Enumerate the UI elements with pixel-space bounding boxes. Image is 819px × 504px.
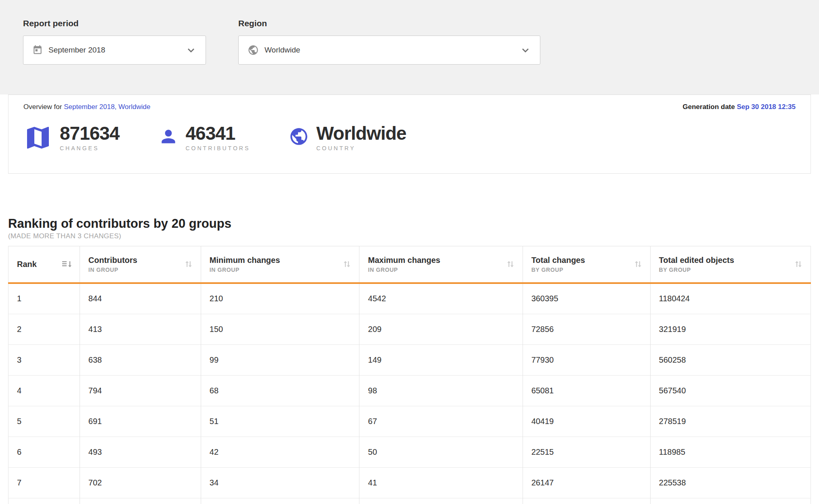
table-row: 7702344126147225538 bbox=[8, 467, 811, 498]
overview-scope-link[interactable]: September 2018, Worldwide bbox=[64, 103, 150, 111]
changes-value: 871634 bbox=[60, 123, 120, 144]
column-sublabel: IN GROUP bbox=[210, 267, 280, 273]
sort-arrows-icon[interactable] bbox=[342, 259, 352, 269]
report-period-group: Report period September 2018 bbox=[23, 19, 206, 94]
column-label: Total changes bbox=[531, 255, 585, 265]
cell-contributors bbox=[80, 498, 201, 504]
report-period-select[interactable]: September 2018 bbox=[23, 36, 206, 65]
country-label: COUNTRY bbox=[316, 145, 406, 151]
cell-total_changes: 360395 bbox=[523, 283, 650, 314]
changes-label: CHANGES bbox=[60, 145, 120, 151]
table-row: 6493425022515118985 bbox=[8, 437, 811, 467]
cell-min_changes: 150 bbox=[201, 314, 359, 344]
cell-total_changes: 65081 bbox=[523, 375, 650, 406]
table-row-partial bbox=[8, 498, 811, 504]
column-label: Maximum changes bbox=[368, 255, 440, 265]
stat-contributors: 46341 CONTRIBUTORS bbox=[158, 123, 250, 152]
column-label: Contributors bbox=[88, 255, 137, 265]
stat-changes: 871634 CHANGES bbox=[23, 123, 120, 152]
table-row: 4794689865081567540 bbox=[8, 375, 811, 406]
generation-date-value[interactable]: Sep 30 2018 12:35 bbox=[737, 103, 796, 111]
cell-total_edited: 1180424 bbox=[650, 283, 811, 314]
sort-arrows-icon[interactable] bbox=[794, 259, 803, 269]
col-header-min-changes[interactable]: Minimum changes IN GROUP bbox=[201, 246, 359, 283]
sort-arrows-icon[interactable] bbox=[633, 259, 643, 269]
cell-rank: 3 bbox=[8, 344, 80, 375]
cell-max_changes: 149 bbox=[359, 344, 523, 375]
col-header-rank[interactable]: Rank bbox=[8, 246, 80, 283]
calendar-icon bbox=[32, 45, 43, 55]
column-sublabel: IN GROUP bbox=[368, 267, 440, 273]
cell-contributors: 493 bbox=[80, 437, 201, 467]
cell-total_changes: 22515 bbox=[523, 437, 650, 467]
globe-icon bbox=[248, 44, 259, 56]
table-header-row: Rank Contributors IN GROUP bbox=[8, 246, 811, 283]
cell-total_changes: 26147 bbox=[523, 467, 650, 498]
chevron-down-icon bbox=[185, 44, 197, 56]
person-icon bbox=[158, 126, 178, 147]
cell-total_edited: 278519 bbox=[650, 406, 811, 437]
cell-total_edited bbox=[650, 498, 811, 504]
map-icon bbox=[23, 123, 52, 152]
overview-prefix: Overview for bbox=[23, 103, 62, 111]
stat-country: Worldwide COUNTRY bbox=[289, 123, 406, 152]
cell-max_changes: 41 bbox=[359, 467, 523, 498]
cell-total_edited: 321919 bbox=[650, 314, 811, 344]
column-sublabel: IN GROUP bbox=[88, 267, 137, 273]
sort-active-icon[interactable] bbox=[61, 259, 72, 269]
filter-bar: Report period September 2018 Region Worl… bbox=[0, 0, 819, 94]
table-row: 241315020972856321919 bbox=[8, 314, 811, 344]
col-header-total-changes[interactable]: Total changes BY GROUP bbox=[523, 246, 650, 283]
cell-total_changes: 72856 bbox=[523, 314, 650, 344]
overview-heading: Overview for September 2018, Worldwide bbox=[23, 103, 150, 111]
region-label: Region bbox=[238, 19, 540, 28]
cell-contributors: 413 bbox=[80, 314, 201, 344]
cell-min_changes: 34 bbox=[201, 467, 359, 498]
sort-arrows-icon[interactable] bbox=[184, 259, 193, 269]
ranking-table-body: 1844210454236039511804242413150209728563… bbox=[8, 283, 811, 504]
col-header-max-changes[interactable]: Maximum changes IN GROUP bbox=[359, 246, 523, 283]
cell-total_changes bbox=[523, 498, 650, 504]
cell-rank: 6 bbox=[8, 437, 80, 467]
table-row: 5691516740419278519 bbox=[8, 406, 811, 437]
cell-contributors: 844 bbox=[80, 283, 201, 314]
report-period-label: Report period bbox=[23, 19, 206, 28]
table-row: 36389914977930560258 bbox=[8, 344, 811, 375]
contributors-value: 46341 bbox=[186, 123, 250, 144]
globe-icon bbox=[289, 126, 309, 147]
cell-min_changes: 42 bbox=[201, 437, 359, 467]
cell-total_changes: 77930 bbox=[523, 344, 650, 375]
cell-contributors: 691 bbox=[80, 406, 201, 437]
region-select[interactable]: Worldwide bbox=[238, 36, 540, 65]
column-label: Total edited objects bbox=[659, 255, 734, 265]
ranking-title: Ranking of contributors by 20 groups bbox=[8, 216, 811, 231]
cell-min_changes: 99 bbox=[201, 344, 359, 375]
ranking-subtitle: (MADE MORE THAN 3 CHANGES) bbox=[8, 232, 811, 240]
cell-min_changes: 51 bbox=[201, 406, 359, 437]
ranking-section: Ranking of contributors by 20 groups (MA… bbox=[8, 216, 811, 504]
cell-rank: 4 bbox=[8, 375, 80, 406]
contributors-label: CONTRIBUTORS bbox=[186, 145, 250, 151]
cell-max_changes bbox=[359, 498, 523, 504]
cell-rank: 7 bbox=[8, 467, 80, 498]
cell-contributors: 638 bbox=[80, 344, 201, 375]
cell-rank bbox=[8, 498, 80, 504]
column-label: Minimum changes bbox=[210, 255, 280, 265]
column-sublabel: BY GROUP bbox=[531, 267, 585, 273]
sort-arrows-icon[interactable] bbox=[506, 259, 515, 269]
generation-date-label: Generation date bbox=[682, 103, 735, 111]
ranking-table: Rank Contributors IN GROUP bbox=[8, 246, 811, 504]
cell-total_edited: 225538 bbox=[650, 467, 811, 498]
cell-total_changes: 40419 bbox=[523, 406, 650, 437]
overview-card: Overview for September 2018, Worldwide G… bbox=[8, 94, 811, 174]
cell-total_edited: 118985 bbox=[650, 437, 811, 467]
report-period-value: September 2018 bbox=[48, 46, 105, 55]
cell-max_changes: 67 bbox=[359, 406, 523, 437]
cell-rank: 1 bbox=[8, 283, 80, 314]
col-header-contributors[interactable]: Contributors IN GROUP bbox=[80, 246, 201, 283]
col-header-total-edited[interactable]: Total edited objects BY GROUP bbox=[650, 246, 811, 283]
cell-total_edited: 567540 bbox=[650, 375, 811, 406]
region-group: Region Worldwide bbox=[238, 19, 540, 94]
column-label: Rank bbox=[17, 259, 37, 269]
cell-max_changes: 4542 bbox=[359, 283, 523, 314]
